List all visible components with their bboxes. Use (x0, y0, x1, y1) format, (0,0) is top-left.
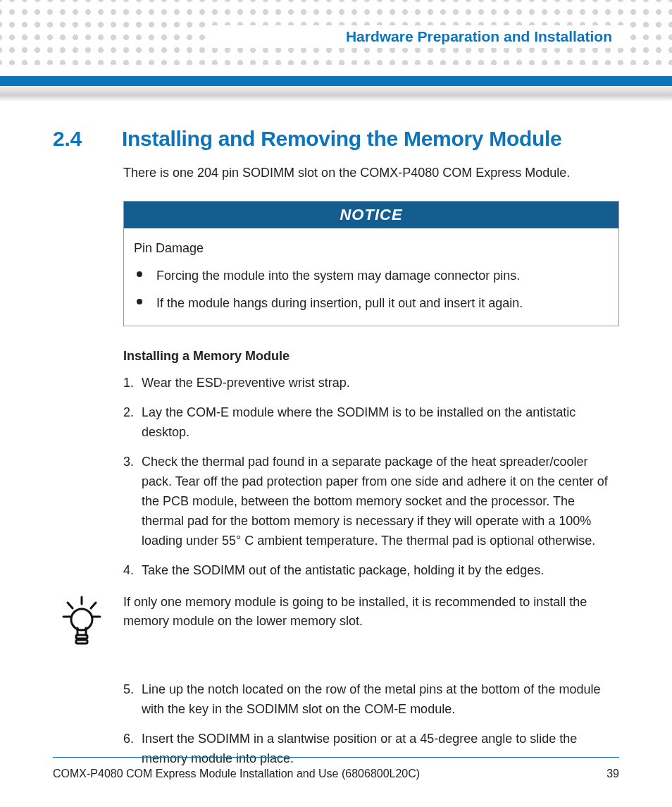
intro-paragraph: There is one 204 pin SODIMM slot on the … (123, 164, 619, 183)
step-item: 4.Take the SODIMM out of the antistatic … (123, 561, 619, 581)
steps-list-continued: 5.Line up the notch located on the row o… (123, 680, 619, 769)
step-item: 2.Lay the COM-E module where the SODIMM … (123, 403, 619, 443)
notice-bullet: If the module hangs during insertion, pu… (134, 293, 609, 314)
notice-bullet: Forcing the module into the system may d… (134, 266, 609, 286)
page-footer: COMX-P4080 COM Express Module Installati… (53, 768, 619, 780)
header-gray-rule (0, 86, 672, 101)
svg-rect-7 (76, 640, 87, 643)
procedure-heading: Installing a Memory Module (123, 349, 619, 364)
step-text: Line up the notch located on the row of … (142, 682, 600, 716)
svg-line-1 (68, 603, 73, 608)
step-item: 5.Line up the notch located on the row o… (123, 680, 619, 720)
header-blue-rule (0, 76, 672, 86)
steps-list: 1.Wear the ESD-preventive wrist strap. 2… (123, 374, 619, 580)
notice-header: NOTICE (124, 202, 618, 228)
tip-text: If only one memory module is going to be… (123, 593, 619, 631)
footer-rule (53, 757, 619, 758)
footer-doc-title: COMX-P4080 COM Express Module Installati… (53, 768, 420, 780)
step-text: Check the thermal pad found in a separat… (142, 455, 608, 548)
svg-rect-6 (76, 635, 87, 639)
svg-point-5 (71, 609, 92, 630)
step-text: Take the SODIMM out of the antistatic pa… (142, 563, 544, 577)
section-title: Installing and Removing the Memory Modul… (122, 127, 561, 151)
step-text: Lay the COM-E module where the SODIMM is… (142, 405, 575, 439)
step-item: 6.Insert the SODIMM in a slantwise posit… (123, 729, 619, 769)
section-heading: 2.4 Installing and Removing the Memory M… (53, 127, 619, 151)
notice-box: NOTICE Pin Damage Forcing the module int… (123, 201, 619, 326)
footer-page-number: 39 (606, 768, 619, 780)
step-text: Insert the SODIMM in a slantwise positio… (142, 732, 577, 765)
notice-subtitle: Pin Damage (134, 238, 609, 259)
svg-line-2 (91, 603, 96, 608)
step-item: 3.Check the thermal pad found in a separ… (123, 452, 619, 550)
lightbulb-icon (53, 593, 111, 646)
step-text: Wear the ESD-preventive wrist strap. (142, 376, 350, 390)
section-number: 2.4 (53, 127, 95, 151)
chapter-title: Hardware Preparation and Installation (346, 28, 612, 45)
tip-callout: If only one memory module is going to be… (53, 593, 619, 646)
step-item: 1.Wear the ESD-preventive wrist strap. (123, 374, 619, 393)
